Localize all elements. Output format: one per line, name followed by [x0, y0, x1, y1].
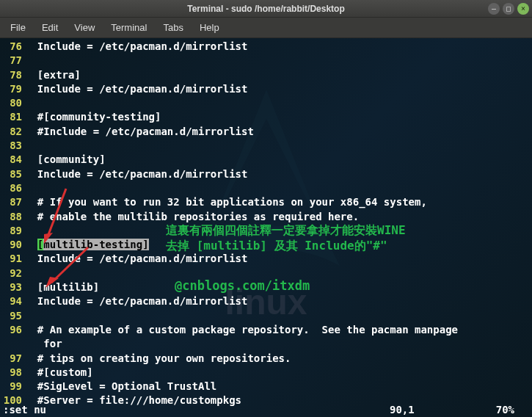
line-number: 77	[0, 54, 25, 68]
menu-file[interactable]: File	[3, 19, 33, 36]
code-line: 90 [multilib-testing]	[0, 238, 532, 252]
line-content: Include = /etc/pacman.d/mirrorlist	[25, 294, 247, 308]
line-content	[25, 54, 37, 68]
code-line: 94 Include = /etc/pacman.d/mirrorlist	[0, 294, 532, 308]
line-content: Include = /etc/pacman.d/mirrorlist	[25, 40, 247, 54]
line-number: 86	[0, 181, 25, 195]
line-number: 93	[0, 280, 25, 294]
line-number: 88	[0, 210, 25, 224]
line-number: 89	[0, 224, 25, 238]
line-content: #SigLevel = Optional TrustAll	[25, 380, 216, 394]
line-number: 94	[0, 294, 25, 308]
menu-edit[interactable]: Edit	[34, 19, 65, 36]
window-controls: – □ ×	[488, 3, 529, 15]
line-content: Include = /etc/pacman.d/mirrorlist	[25, 252, 247, 266]
line-content: #[custom]	[25, 366, 93, 380]
menu-view[interactable]: View	[67, 19, 102, 36]
line-content	[25, 139, 37, 153]
line-content: [multilib]	[25, 280, 99, 294]
menu-tabs[interactable]: Tabs	[156, 19, 190, 36]
code-line: 98 #[custom]	[0, 366, 532, 380]
code-line: 91 Include = /etc/pacman.d/mirrorlist	[0, 252, 532, 266]
line-number: 96	[0, 323, 25, 337]
line-content: # enable the multilib repositories as re…	[25, 210, 359, 224]
vim-percent: 70%	[485, 403, 529, 417]
line-number: 78	[0, 68, 25, 82]
line-content	[25, 266, 37, 280]
line-content	[25, 181, 37, 195]
line-content	[25, 96, 37, 110]
code-line: 86	[0, 181, 532, 195]
code-line: 80	[0, 96, 532, 110]
code-content: 76 Include = /etc/pacman.d/mirrorlist77 …	[0, 38, 532, 408]
line-content: [extra]	[25, 68, 81, 82]
code-line: 78 [extra]	[0, 68, 532, 82]
code-line: 99 #SigLevel = Optional TrustAll	[0, 380, 532, 394]
window-titlebar: Terminal - sudo /home/rabbit/Desktop – □…	[0, 0, 532, 18]
code-line: 79 Include = /etc/pacman.d/mirrorlist	[0, 82, 532, 96]
line-content: # tips on creating your own repositories…	[25, 352, 291, 366]
code-line: 93 [multilib]	[0, 280, 532, 294]
line-number: 91	[0, 252, 25, 266]
line-content	[25, 309, 37, 323]
code-line: 77	[0, 54, 532, 68]
line-number: 98	[0, 366, 25, 380]
line-content: [multilib-testing]	[25, 238, 149, 252]
line-number: 81	[0, 110, 25, 124]
code-line: 84 [community]	[0, 153, 532, 167]
line-number: 83	[0, 139, 25, 153]
code-line: 76 Include = /etc/pacman.d/mirrorlist	[0, 40, 532, 54]
vim-statusline: :set nu 90,1 70%	[0, 403, 532, 417]
line-number: 95	[0, 309, 25, 323]
vim-command: :set nu	[3, 403, 390, 417]
line-number: 76	[0, 40, 25, 54]
line-number: 87	[0, 195, 25, 209]
code-line: 85 Include = /etc/pacman.d/mirrorlist	[0, 167, 532, 181]
code-line: 97 # tips on creating your own repositor…	[0, 352, 532, 366]
line-number: 99	[0, 380, 25, 394]
menu-help[interactable]: Help	[192, 19, 227, 36]
window-title: Terminal - sudo /home/rabbit/Desktop	[187, 4, 344, 14]
code-line: 81 #[community-testing]	[0, 110, 532, 124]
line-content: # An example of a custom package reposit…	[25, 323, 458, 337]
code-line: 89	[0, 224, 532, 238]
line-number: 97	[0, 352, 25, 366]
line-number: 84	[0, 153, 25, 167]
line-number: 79	[0, 82, 25, 96]
code-line: 96 # An example of a custom package repo…	[0, 323, 532, 337]
code-line: 83	[0, 139, 532, 153]
code-line: 82 #Include = /etc/pacman.d/mirrorlist	[0, 125, 532, 139]
menu-terminal[interactable]: Terminal	[103, 19, 154, 36]
line-content: [community]	[25, 153, 106, 167]
code-line: 92	[0, 266, 532, 280]
line-number: 85	[0, 167, 25, 181]
line-number: 82	[0, 125, 25, 139]
line-number: 90	[0, 238, 25, 252]
line-content	[25, 224, 37, 238]
line-content: #Include = /etc/pacman.d/mirrorlist	[25, 125, 254, 139]
terminal-area[interactable]: linux 76 Include = /etc/pacman.d/mirrorl…	[0, 38, 532, 417]
code-line-wrap: for	[0, 337, 532, 351]
code-line: 87 # If you want to run 32 bit applicati…	[0, 195, 532, 209]
minimize-button[interactable]: –	[488, 3, 500, 15]
vim-position: 90,1	[390, 403, 485, 417]
line-content: Include = /etc/pacman.d/mirrorlist	[25, 167, 247, 181]
line-content: Include = /etc/pacman.d/mirrorlist	[25, 82, 247, 96]
line-content: #[community-testing]	[25, 110, 161, 124]
close-button[interactable]: ×	[517, 3, 529, 15]
menubar: File Edit View Terminal Tabs Help	[0, 18, 532, 38]
code-line: 88 # enable the multilib repositories as…	[0, 210, 532, 224]
code-line: 95	[0, 309, 532, 323]
line-content: # If you want to run 32 bit applications…	[25, 195, 427, 209]
line-number: 92	[0, 266, 25, 280]
maximize-button[interactable]: □	[503, 3, 514, 15]
line-number: 80	[0, 96, 25, 110]
